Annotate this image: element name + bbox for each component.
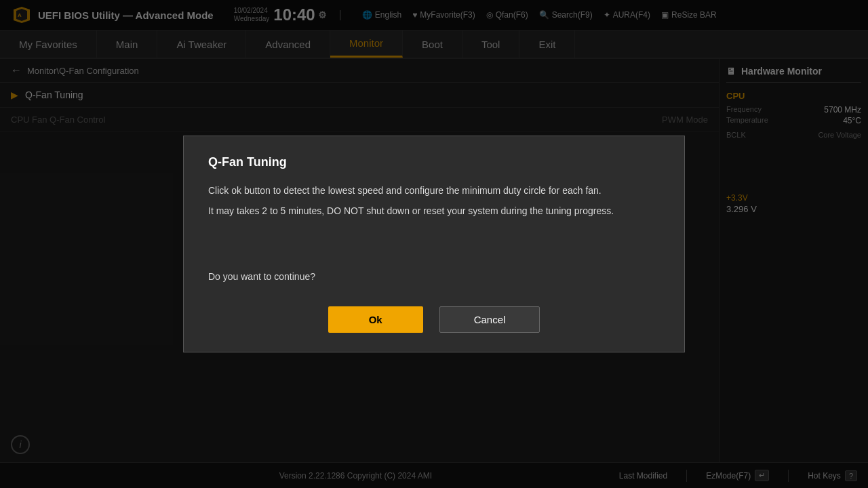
dialog-body-line2: It may takes 2 to 5 minutes, DO NOT shut… bbox=[208, 203, 660, 220]
dialog-backdrop: Q-Fan Tuning Click ok button to detect t… bbox=[0, 0, 868, 488]
dialog-question: Do you want to continue? bbox=[208, 271, 660, 282]
dialog-title: Q-Fan Tuning bbox=[208, 155, 660, 169]
dialog-body: Click ok button to detect the lowest spe… bbox=[208, 183, 660, 259]
dialog-buttons: Ok Cancel bbox=[208, 306, 660, 333]
ok-button[interactable]: Ok bbox=[328, 306, 423, 333]
dialog-body-line1: Click ok button to detect the lowest spe… bbox=[208, 183, 660, 199]
cancel-button[interactable]: Cancel bbox=[439, 306, 540, 333]
qfan-tuning-dialog: Q-Fan Tuning Click ok button to detect t… bbox=[183, 136, 685, 352]
